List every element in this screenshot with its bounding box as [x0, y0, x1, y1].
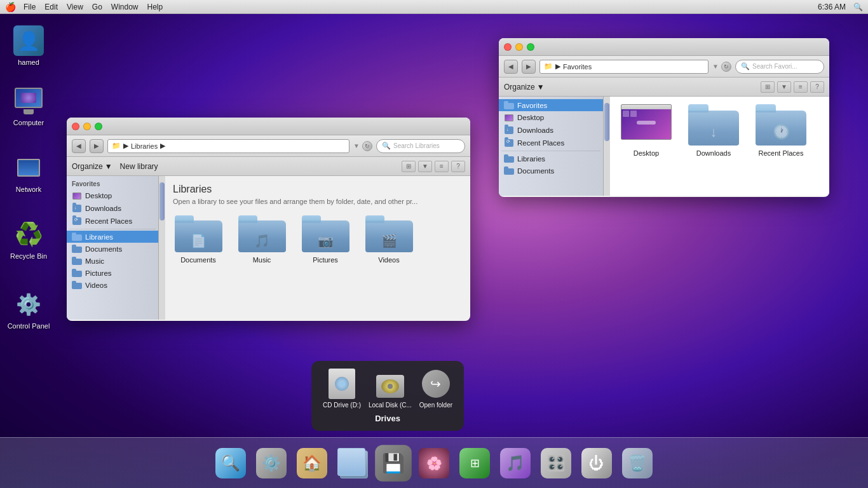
fav-scrollbar[interactable]	[604, 97, 610, 196]
fav-view-btn-2[interactable]: ▼	[777, 81, 791, 93]
fav-view-btn-3[interactable]: ≡	[794, 81, 808, 93]
fav-sidebar-desktop-label: Desktop	[517, 114, 544, 121]
fav-downloads-icon: ↓	[688, 104, 739, 146]
dock-grid[interactable]: ⊞	[457, 445, 492, 481]
fav-sidebar-desktop[interactable]: Desktop	[499, 111, 603, 124]
fav-sidebar-favorites[interactable]: Favorites	[499, 99, 603, 111]
menu-window[interactable]: Window	[111, 3, 139, 11]
fav-sidebar: Favorites Desktop Downloads Recent Place…	[499, 97, 604, 196]
fav-sidebar-downloads[interactable]: Downloads	[499, 124, 603, 137]
dock-music[interactable]: 🎵	[498, 445, 533, 481]
fav-max-btn[interactable]	[527, 43, 534, 51]
lib-view-btn-1[interactable]: ⊞	[402, 161, 416, 172]
fav-sidebar-documents-label: Documents	[517, 167, 554, 175]
lib-min-btn[interactable]	[83, 123, 91, 130]
lib-folder-documents[interactable]: 📄 Documents	[173, 214, 224, 264]
lib-sidebar-music[interactable]: Music	[67, 255, 158, 267]
fav-organize-btn[interactable]: Organize ▼	[504, 83, 545, 92]
fav-sidebar-sep	[501, 151, 600, 151]
lib-folder-pictures-label: Pictures	[313, 256, 338, 264]
lib-scrollbar-thumb[interactable]	[159, 182, 165, 220]
fav-scrollbar-thumb[interactable]	[604, 103, 609, 141]
drive-item-openfolder[interactable]: ↪ Open folder	[419, 369, 452, 409]
dock-power[interactable]: ⏻	[579, 445, 614, 481]
dock-windows-stack[interactable]	[335, 445, 370, 481]
fav-folder-downloads[interactable]: ↓ Downloads	[685, 104, 742, 188]
menu-edit[interactable]: Edit	[44, 3, 58, 11]
desktop-icon-network[interactable]: Network	[6, 152, 51, 193]
lib-folder-pictures[interactable]: 📷 Pictures	[300, 214, 351, 264]
lib-sidebar-pictures[interactable]: Pictures	[67, 267, 158, 279]
fav-sidebar-recent[interactable]: Recent Places	[499, 137, 603, 149]
lib-search[interactable]: 🔍 Search Libraries	[376, 139, 465, 153]
lib-close-btn[interactable]	[72, 123, 79, 130]
menu-file[interactable]: File	[24, 3, 36, 11]
fav-min-btn[interactable]	[515, 43, 523, 51]
dock-settings2[interactable]: 🎛️	[538, 445, 574, 481]
lib-view-btn-2[interactable]: ▼	[418, 161, 432, 172]
lib-fwd-btn[interactable]: ▶	[90, 139, 104, 153]
fav-refresh-btn[interactable]: ↻	[721, 62, 731, 72]
desktop-icon-computer[interactable]: Computer	[6, 86, 51, 126]
fav-close-btn[interactable]	[504, 43, 512, 51]
lib-sidebar-documents[interactable]: Documents	[67, 243, 158, 255]
menu-view[interactable]: View	[67, 3, 83, 11]
lib-breadcrumb-text: Libraries	[131, 142, 158, 150]
lib-breadcrumb[interactable]: 📁 ▶ Libraries ▶	[107, 139, 349, 153]
music-icon: 🎵	[500, 448, 531, 478]
lib-view-controls: ⊞ ▼ ≡ ?	[402, 161, 465, 172]
fav-view-btn-1[interactable]: ⊞	[761, 81, 775, 93]
lib-sidebar-libraries[interactable]: Libraries	[67, 231, 158, 243]
drives-items: CD Drive (D:) Local Disk (C... ↪ Open fo…	[323, 369, 452, 409]
lib-sidebar-videos[interactable]: Videos	[67, 279, 158, 291]
lib-sidebar: Favorites Desktop Downloads Recent Place…	[67, 176, 159, 320]
drive-icon: 💾	[375, 445, 412, 482]
lib-scrollbar[interactable]	[159, 176, 165, 320]
dock-finder[interactable]: 🔍	[213, 445, 248, 481]
lib-refresh-btn[interactable]: ↻	[362, 141, 372, 151]
lib-sidebar-downloads[interactable]: Downloads	[67, 202, 158, 215]
fav-breadcrumb[interactable]: 📁 ▶ Favorites	[539, 60, 709, 74]
cd-drive-label: CD Drive (D:)	[323, 402, 361, 409]
lib-view-btn-3[interactable]: ≡	[435, 161, 449, 172]
desktop-icon-recycle[interactable]: ♻️ Recycle Bin	[6, 219, 51, 260]
menubar-search[interactable]: 🔍	[853, 3, 863, 11]
menu-help[interactable]: Help	[147, 3, 163, 11]
dock-settings[interactable]: ⚙️	[254, 445, 289, 481]
fav-fwd-btn[interactable]: ▶	[522, 60, 536, 74]
lib-view-btn-4[interactable]: ?	[451, 161, 465, 172]
lib-folder-documents-label: Documents	[180, 256, 216, 264]
dock-trash[interactable]: 🗑️	[620, 445, 655, 481]
lib-folder-videos[interactable]: 🎬 Videos	[363, 214, 414, 264]
desktop-icon-controlpanel[interactable]: ⚙️ Control Panel	[6, 289, 51, 330]
desktop-icon-hamed[interactable]: 👤 hamed	[6, 25, 51, 66]
lib-sidebar-desktop[interactable]: Desktop	[67, 189, 158, 202]
lib-organize-bar: Organize ▼ New library ⊞ ▼ ≡ ?	[67, 157, 470, 176]
dock-media[interactable]: 🌸	[416, 445, 452, 481]
fav-sidebar-libraries[interactable]: Libraries	[499, 152, 603, 165]
lib-sidebar-sep	[69, 229, 156, 229]
lib-organize-btn[interactable]: Organize ▼	[72, 162, 112, 171]
dock-drive[interactable]: 💾	[372, 442, 414, 484]
fav-search[interactable]: 🔍 Search Favori...	[735, 60, 824, 74]
fav-folder-desktop[interactable]: Desktop	[618, 104, 675, 188]
drive-item-cd[interactable]: CD Drive (D:)	[323, 369, 361, 409]
favorites-window: ◀ ▶ 📁 ▶ Favorites ▼ ↻ 🔍 Search Favori...…	[499, 38, 829, 197]
lib-breadcrumb-sep: ▶	[123, 142, 128, 150]
fav-folder-recent[interactable]: 🕐 Recent Places	[752, 104, 810, 188]
recycle-label: Recycle Bin	[10, 252, 47, 260]
fav-back-btn[interactable]: ◀	[504, 60, 518, 74]
fav-view-btn-4[interactable]: ?	[810, 81, 824, 93]
apple-menu[interactable]: 🍎	[5, 2, 16, 12]
lib-folder-music-label: Music	[253, 256, 271, 264]
lib-new-library-btn[interactable]: New library	[120, 162, 158, 171]
fav-search-icon: 🔍	[741, 62, 750, 71]
lib-sidebar-recent[interactable]: Recent Places	[67, 215, 158, 227]
lib-max-btn[interactable]	[95, 123, 102, 130]
lib-back-btn[interactable]: ◀	[72, 139, 86, 153]
drive-item-localdisk[interactable]: Local Disk (C...	[369, 369, 412, 409]
fav-sidebar-documents[interactable]: Documents	[499, 165, 603, 177]
dock-home[interactable]: 🏠	[294, 445, 330, 481]
lib-folder-music[interactable]: 🎵 Music	[236, 214, 287, 264]
menu-go[interactable]: Go	[92, 3, 102, 11]
